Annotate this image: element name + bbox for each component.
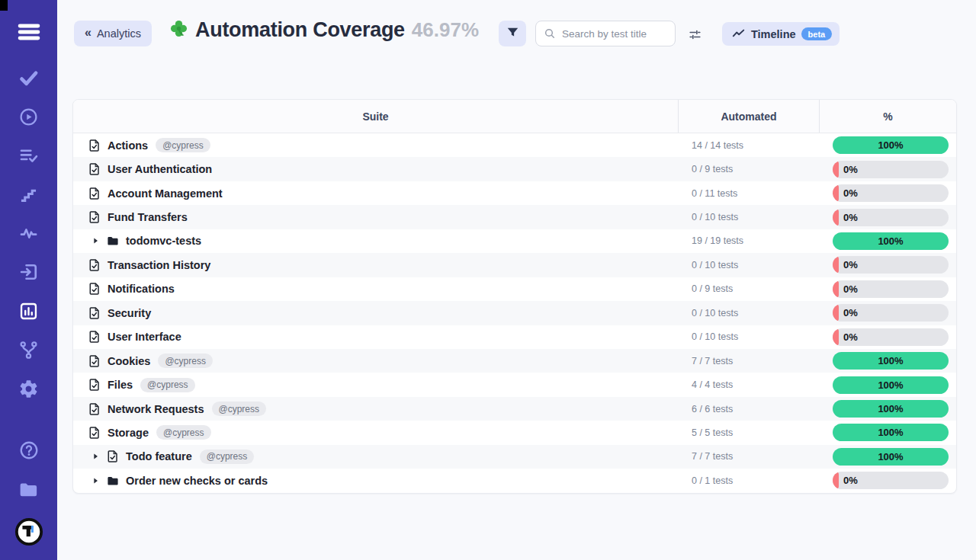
- percent-cell: 0%: [819, 161, 956, 178]
- pulse-icon: [18, 223, 39, 244]
- filter-button[interactable]: [499, 21, 526, 46]
- coverage-bar: 100%: [833, 352, 949, 370]
- sidebar-item-import[interactable]: [0, 261, 57, 283]
- automated-count: 0 / 1 tests: [678, 475, 819, 486]
- suite-cell: Transaction History: [73, 259, 678, 271]
- table-row[interactable]: Cookies@cypress7 / 7 tests100%: [73, 349, 956, 373]
- coverage-percent-label: 100%: [833, 376, 949, 394]
- coverage-percent-label: 100%: [833, 352, 949, 370]
- table-body: Actions@cypress14 / 14 tests100%User Aut…: [73, 133, 956, 493]
- table-row[interactable]: User Authentication0 / 9 tests0%: [73, 157, 956, 181]
- back-analytics-button[interactable]: « Analytics: [74, 21, 152, 46]
- file-check-icon: [88, 187, 101, 200]
- sidebar-item-analytics[interactable]: [0, 299, 57, 322]
- suite-name: Files: [108, 379, 133, 391]
- coverage-percent-label: 0%: [843, 280, 858, 298]
- automated-count: 5 / 5 tests: [678, 427, 819, 438]
- file-check-icon: [88, 307, 101, 319]
- table-row[interactable]: User Interface0 / 10 tests0%: [73, 325, 956, 349]
- automated-count: 0 / 9 tests: [678, 164, 819, 174]
- automated-count: 0 / 9 tests: [678, 283, 819, 294]
- caret-right-icon[interactable]: [92, 237, 99, 245]
- bar-chart-icon: [18, 301, 39, 322]
- sidebar-item-branches[interactable]: [0, 338, 57, 361]
- suite-name: Storage: [108, 427, 149, 439]
- suite-cell: Account Management: [73, 187, 678, 200]
- trend-line-icon: [731, 27, 746, 41]
- coverage-bar: 0%: [833, 472, 949, 489]
- suite-name: Fund Transfers: [108, 211, 188, 223]
- menu-button[interactable]: [0, 21, 57, 43]
- gear-icon: [18, 379, 39, 399]
- sidebar-item-tests[interactable]: [0, 66, 57, 89]
- percent-cell: 0%: [819, 280, 956, 298]
- suite-cell: Cookies@cypress: [73, 354, 678, 368]
- logo-icon: [14, 517, 43, 546]
- search-box: [535, 21, 676, 46]
- column-header-percent: %: [819, 100, 956, 133]
- table-row[interactable]: Notifications0 / 9 tests0%: [73, 277, 956, 301]
- percent-cell: 0%: [819, 256, 956, 274]
- table-row[interactable]: todomvc-tests19 / 19 tests100%: [73, 229, 956, 253]
- suite-cell: Network Requests@cypress: [73, 402, 678, 416]
- table-row[interactable]: Files@cypress4 / 4 tests100%: [73, 373, 956, 396]
- percent-cell: 100%: [819, 376, 956, 394]
- sidebar-item-pulse[interactable]: [0, 222, 57, 245]
- table-header: Suite Automated %: [73, 100, 956, 133]
- caret-right-icon[interactable]: [92, 477, 99, 485]
- suite-name: User Interface: [108, 331, 181, 343]
- coverage-bar: 100%: [833, 136, 949, 154]
- timeline-button[interactable]: Timeline beta: [722, 22, 840, 46]
- sidebar-item-runs[interactable]: [0, 105, 57, 128]
- file-check-icon: [88, 259, 101, 271]
- suite-cell: User Interface: [73, 331, 678, 343]
- corner-artifact: [0, 0, 8, 11]
- file-check-icon: [107, 450, 119, 462]
- stairs-icon: [18, 184, 39, 205]
- table-row[interactable]: Order new checks or cards0 / 1 tests0%: [73, 469, 956, 492]
- sliders-button[interactable]: [685, 25, 704, 43]
- coverage-percent-label: 0%: [843, 256, 858, 274]
- table-row[interactable]: Todo feature@cypress7 / 7 tests100%: [73, 445, 956, 469]
- caret-right-icon[interactable]: [92, 453, 99, 460]
- sidebar-item-steps[interactable]: [0, 183, 57, 206]
- suite-name: Account Management: [108, 187, 223, 200]
- table-row[interactable]: Account Management0 / 11 tests0%: [73, 181, 956, 205]
- topbar: « Analytics Automation Coverage 46.97% T…: [57, 0, 976, 69]
- suite-cell: Actions@cypress: [73, 138, 678, 152]
- coverage-percent-label: 100%: [833, 232, 949, 250]
- percent-cell: 100%: [819, 400, 956, 418]
- coverage-percent-label: 0%: [843, 304, 858, 322]
- suite-cell: todomvc-tests: [73, 235, 678, 247]
- file-check-icon: [88, 427, 101, 439]
- sidebar-item-projects[interactable]: [0, 478, 57, 501]
- file-check-icon: [88, 331, 101, 343]
- sidebar-item-test-plans[interactable]: [0, 144, 57, 167]
- automated-count: 4 / 4 tests: [678, 379, 819, 390]
- app-logo[interactable]: [0, 517, 57, 547]
- automated-count: 0 / 11 tests: [678, 188, 819, 199]
- search-input[interactable]: [535, 21, 676, 46]
- coverage-percent-label: 100%: [833, 400, 949, 418]
- file-check-icon: [88, 355, 101, 367]
- table-row[interactable]: Security0 / 10 tests0%: [73, 301, 956, 325]
- coverage-percent-label: 100%: [833, 136, 949, 154]
- suite-cell: Order new checks or cards: [73, 475, 678, 487]
- automated-count: 0 / 10 tests: [678, 260, 819, 270]
- file-check-icon: [88, 163, 101, 175]
- git-branch-icon: [18, 340, 39, 360]
- coverage-bar: 0%: [833, 209, 949, 226]
- back-analytics-label: Analytics: [97, 27, 141, 40]
- table-row[interactable]: Network Requests@cypress6 / 6 tests100%: [73, 397, 956, 421]
- sidebar-item-settings[interactable]: [0, 377, 57, 400]
- coverage-bar-fill: [833, 280, 839, 298]
- table-row[interactable]: Fund Transfers0 / 10 tests0%: [73, 205, 956, 229]
- folder-icon: [107, 475, 119, 487]
- clover-icon: [169, 19, 188, 41]
- table-row[interactable]: Storage@cypress5 / 5 tests100%: [73, 421, 956, 444]
- table-row[interactable]: Transaction History0 / 10 tests0%: [73, 253, 956, 277]
- coverage-bar: 100%: [833, 424, 949, 441]
- sidebar-item-help[interactable]: [0, 439, 57, 462]
- automated-count: 7 / 7 tests: [678, 451, 819, 462]
- table-row[interactable]: Actions@cypress14 / 14 tests100%: [73, 133, 956, 157]
